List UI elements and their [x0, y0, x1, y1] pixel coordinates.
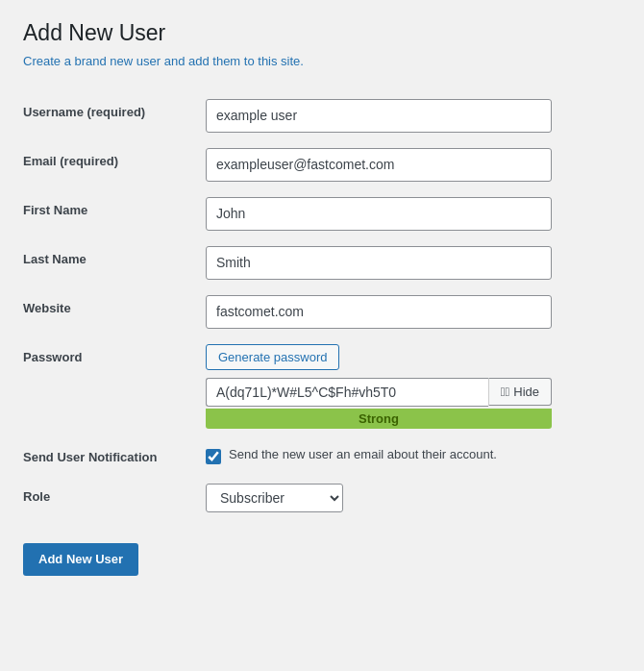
generate-password-button[interactable]: Generate password: [206, 344, 339, 370]
password-input-row: 👁⃠ Hide: [206, 378, 552, 407]
user-form-table: Username (required) Email (required) Fir…: [23, 91, 621, 520]
eye-slash-icon: 👁⃠: [501, 385, 510, 399]
username-label: Username (required): [23, 91, 206, 140]
username-cell: [206, 91, 621, 140]
website-input[interactable]: [206, 295, 552, 329]
password-row: Password Generate password 👁⃠ Hide Stron…: [23, 336, 621, 436]
username-row: Username (required): [23, 91, 621, 140]
notification-checkbox-label: Send the new user an email about their a…: [229, 447, 497, 461]
firstname-input[interactable]: [206, 197, 552, 231]
role-cell: Subscriber Contributor Author Editor Adm…: [206, 476, 621, 520]
hide-password-button[interactable]: 👁⃠ Hide: [488, 378, 552, 406]
notification-checkbox-row: Send the new user an email about their a…: [206, 447, 621, 464]
arrow-wrapper: Add New User: [23, 543, 138, 576]
username-input[interactable]: [206, 99, 552, 133]
role-label: Role: [23, 476, 206, 520]
website-cell: [206, 287, 621, 336]
password-strength-bar: Strong: [206, 409, 552, 429]
email-label: Email (required): [23, 140, 206, 189]
firstname-label: First Name: [23, 189, 206, 238]
website-label: Website: [23, 287, 206, 336]
lastname-input[interactable]: [206, 246, 552, 280]
role-row: Role Subscriber Contributor Author Edito…: [23, 476, 621, 520]
website-row: Website: [23, 287, 621, 336]
email-row: Email (required): [23, 140, 621, 189]
lastname-cell: [206, 238, 621, 287]
notification-row: Send User Notification Send the new user…: [23, 436, 621, 476]
notification-cell: Send the new user an email about their a…: [206, 436, 621, 476]
password-input[interactable]: [206, 378, 488, 407]
email-input[interactable]: [206, 148, 552, 182]
page-title: Add New User: [23, 19, 621, 48]
email-cell: [206, 140, 621, 189]
lastname-label: Last Name: [23, 238, 206, 287]
firstname-cell: [206, 189, 621, 238]
notification-checkbox[interactable]: [206, 449, 221, 464]
role-select[interactable]: Subscriber Contributor Author Editor Adm…: [206, 484, 343, 512]
submit-section: Add New User: [23, 543, 621, 576]
firstname-row: First Name: [23, 189, 621, 238]
lastname-row: Last Name: [23, 238, 621, 287]
notification-label: Send User Notification: [23, 436, 206, 476]
page-subtitle: Create a brand new user and add them to …: [23, 54, 621, 68]
password-container: 👁⃠ Hide Strong: [206, 378, 621, 429]
hide-button-label: Hide: [513, 385, 539, 399]
password-label: Password: [23, 336, 206, 436]
password-cell: Generate password 👁⃠ Hide Strong: [206, 336, 621, 436]
add-new-user-button[interactable]: Add New User: [23, 543, 138, 576]
